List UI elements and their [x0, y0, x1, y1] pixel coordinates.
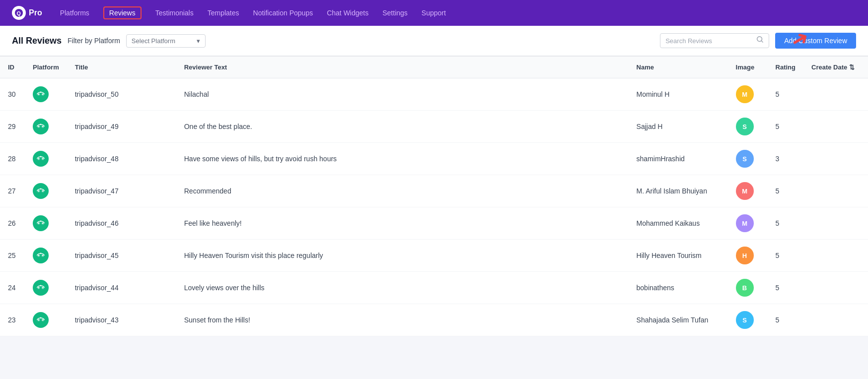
nav-link-notification-popups[interactable]: Notification Popups [253, 9, 313, 17]
cell-image: H [728, 240, 768, 272]
cell-create-date [803, 304, 868, 336]
cell-create-date [803, 175, 868, 207]
svg-point-36 [40, 285, 42, 287]
cell-create-date [803, 78, 868, 111]
cell-rating: 5 [768, 207, 803, 240]
col-header-id: ID [0, 57, 25, 78]
nav-link-settings[interactable]: Settings [382, 9, 408, 17]
col-header-name: Name [629, 57, 728, 78]
col-header-create-date[interactable]: Create Date ⇅ [803, 57, 868, 78]
avatar: B [736, 279, 754, 297]
cell-name: Shahajada Selim Tufan [629, 304, 728, 336]
cell-image: S [728, 143, 768, 175]
cell-title: tripadvisor_47 [67, 175, 176, 207]
reviews-table: ID Platform Title Reviewer Text Name Ima… [0, 56, 868, 336]
table-row: 30 tripadvisor_50NilachalMominul HM5 [0, 78, 868, 111]
avatar: M [736, 214, 754, 232]
svg-point-39 [38, 319, 40, 321]
cell-reviewer-text: Lovely views over the hills [176, 272, 629, 304]
logo-icon: Q [12, 6, 26, 20]
cell-id: 30 [0, 78, 25, 111]
col-header-image: Image [728, 57, 768, 78]
cell-rating: 5 [768, 304, 803, 336]
filter-label: Filter by Platform [68, 37, 120, 45]
tripadvisor-icon [33, 312, 49, 328]
svg-point-15 [42, 158, 44, 160]
reviews-table-wrap: ID Platform Title Reviewer Text Name Ima… [0, 56, 868, 336]
cell-id: 25 [0, 240, 25, 272]
cell-create-date [803, 240, 868, 272]
cell-title: tripadvisor_44 [67, 272, 176, 304]
cell-reviewer-text: Nilachal [176, 78, 629, 111]
tripadvisor-icon [33, 280, 49, 296]
nav-link-platforms[interactable]: Platforms [60, 9, 89, 17]
avatar: H [736, 247, 754, 264]
svg-point-4 [38, 94, 40, 95]
logo: Q Pro [12, 6, 42, 20]
cell-platform [25, 240, 67, 272]
cell-reviewer-text: Sunset from the Hills! [176, 304, 629, 336]
toolbar: All Reviews Filter by Platform Select Pl… [0, 26, 868, 56]
svg-point-29 [38, 255, 40, 256]
col-header-reviewer-text: Reviewer Text [176, 57, 629, 78]
svg-point-26 [40, 221, 42, 222]
cell-title: tripadvisor_46 [67, 207, 176, 240]
table-row: 27 tripadvisor_47RecommendedM. Ariful Is… [0, 175, 868, 207]
cell-id: 28 [0, 143, 25, 175]
cell-rating: 3 [768, 143, 803, 175]
cell-reviewer-text: Have some views of hills, but try avoid … [176, 143, 629, 175]
tripadvisor-icon [33, 248, 49, 263]
svg-point-25 [42, 223, 44, 224]
platform-select[interactable]: Select Platform ▾ [126, 34, 206, 48]
cell-create-date [803, 111, 868, 143]
cell-rating: 5 [768, 272, 803, 304]
svg-point-21 [40, 189, 42, 190]
cell-reviewer-text: Recommended [176, 175, 629, 207]
cell-rating: 5 [768, 175, 803, 207]
nav-link-reviews[interactable]: Reviews [103, 6, 142, 19]
cell-platform [25, 143, 67, 175]
cell-reviewer-text: One of the best place. [176, 111, 629, 143]
svg-point-9 [38, 126, 40, 127]
add-custom-review-button[interactable]: Add Custom Review [775, 33, 856, 49]
cell-title: tripadvisor_43 [67, 304, 176, 336]
cell-reviewer-text: Hilly Heaven Tourism visit this place re… [176, 240, 629, 272]
page-title: All Reviews [12, 36, 62, 46]
svg-point-14 [38, 158, 40, 160]
tripadvisor-icon [33, 86, 49, 102]
cell-name: Hilly Heaven Tourism [629, 240, 728, 272]
table-header-row: ID Platform Title Reviewer Text Name Ima… [0, 57, 868, 78]
search-input[interactable] [665, 37, 754, 45]
cell-title: tripadvisor_45 [67, 240, 176, 272]
table-row: 25 tripadvisor_45Hilly Heaven Tourism vi… [0, 240, 868, 272]
cell-name: Mominul H [629, 78, 728, 111]
svg-point-19 [38, 190, 40, 192]
avatar: S [736, 150, 754, 168]
nav-link-templates[interactable]: Templates [208, 9, 239, 17]
nav-link-support[interactable]: Support [422, 9, 446, 17]
cell-platform [25, 304, 67, 336]
col-header-platform: Platform [25, 57, 67, 78]
table-row: 26 tripadvisor_46Feel like heavenly!Moha… [0, 207, 868, 240]
cell-create-date [803, 143, 868, 175]
svg-point-31 [40, 253, 42, 254]
cell-title: tripadvisor_50 [67, 78, 176, 111]
cell-name: Mohammed Kaikaus [629, 207, 728, 240]
svg-point-24 [38, 223, 40, 224]
cell-name: M. Ariful Islam Bhuiyan [629, 175, 728, 207]
cell-image: M [728, 207, 768, 240]
svg-point-10 [42, 126, 44, 127]
logo-text: Pro [29, 8, 42, 17]
svg-point-5 [42, 94, 44, 95]
nav-link-testimonials[interactable]: Testimonials [155, 9, 194, 17]
svg-point-30 [42, 255, 44, 256]
cell-platform [25, 272, 67, 304]
cell-id: 29 [0, 111, 25, 143]
cell-id: 26 [0, 207, 25, 240]
cell-image: S [728, 304, 768, 336]
nav-link-chat-widgets[interactable]: Chat Widgets [327, 9, 368, 17]
svg-point-11 [40, 124, 42, 126]
cell-platform [25, 175, 67, 207]
navbar: Q Pro Platforms Reviews Testimonials Tem… [0, 0, 868, 26]
svg-point-20 [42, 190, 44, 192]
